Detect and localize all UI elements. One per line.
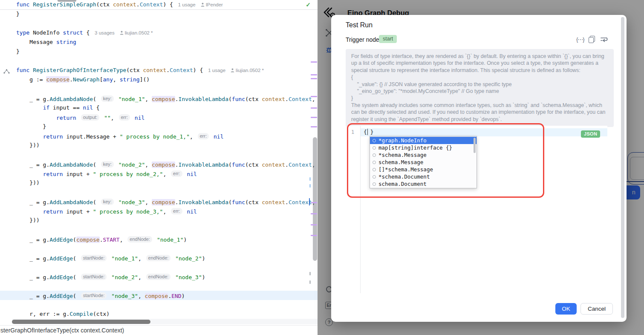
code-token: func — [232, 96, 245, 102]
code-line[interactable]: _ = g.AddEdge( startNode: "node_2", endN… — [0, 272, 318, 281]
help-text-line: For fields of type interface, they are r… — [351, 53, 608, 74]
code-token: ) — [182, 293, 185, 299]
code-token: . — [175, 162, 179, 168]
code-line[interactable]: Message string — [0, 38, 318, 47]
code-line[interactable]: } — [0, 9, 318, 19]
code-line[interactable] — [0, 56, 318, 66]
code-token: Compile — [69, 311, 93, 317]
format-json-icon[interactable]: {⋯} — [576, 36, 584, 43]
code-line[interactable]: _ = g.AddEdge( startNode: "node_1", endN… — [0, 253, 318, 263]
code-token — [16, 104, 43, 111]
inspection-ok-icon[interactable]: ✓ — [306, 1, 311, 8]
code-line[interactable]: if input == nil { — [0, 103, 318, 113]
code-token: } — [16, 123, 46, 130]
code-token: func — [232, 162, 245, 168]
code-token: ( — [228, 199, 232, 205]
code-token: if — [43, 104, 50, 111]
code-line[interactable]: return input.Message + " process by node… — [0, 131, 318, 141]
code-token: ]() — [140, 76, 150, 83]
code-token: })) — [16, 179, 40, 186]
code-token: , — [145, 162, 152, 168]
editor-tab-remnant — [58, 0, 76, 2]
code-token: ( — [73, 274, 80, 280]
code-line[interactable]: _ = g.AddLambdaNode( key: "node_3", comp… — [0, 197, 318, 206]
code-line[interactable] — [0, 244, 318, 253]
code-token: "node_1" — [111, 255, 138, 262]
copy-icon[interactable] — [589, 36, 595, 43]
editor-vertical-scrollbar[interactable] — [313, 137, 317, 261]
code-token: (ctx — [96, 1, 113, 8]
interface-help-note: For fields of type interface, they are r… — [346, 49, 614, 127]
code-token: _ = g. — [16, 199, 49, 205]
code-token: struct — [63, 29, 83, 36]
code-line[interactable]: })) — [0, 141, 318, 150]
code-token: 3 usages — [95, 30, 115, 35]
code-token: 1 usage — [208, 68, 225, 73]
code-line[interactable]: func RegisterGraphOfInterfaceType(ctx co… — [0, 66, 318, 75]
dialog-title: Test Run — [346, 21, 373, 29]
code-token: , — [145, 199, 152, 205]
help-text-line: } — [351, 95, 608, 101]
code-editor[interactable]: func RegisterSimpleGraph(ctx context.Con… — [0, 0, 318, 335]
code-line[interactable] — [0, 300, 318, 309]
code-line[interactable]: } — [0, 47, 318, 56]
wrap-lines-icon[interactable] — [600, 36, 608, 45]
code-token: "node_2" — [111, 274, 138, 280]
code-line[interactable]: _ = g.AddLambdaNode( key: "node_2", comp… — [0, 159, 318, 169]
code-token: " process by node_2," — [93, 171, 163, 177]
code-token: endNode: — [146, 274, 171, 280]
code-line[interactable]: return input + " process by node_2,", er… — [0, 169, 318, 178]
code-token — [153, 237, 157, 243]
code-token: , — [113, 76, 120, 83]
code-token: nil — [187, 208, 196, 215]
code-token: . — [69, 76, 73, 83]
graph-debug-gutter-icon[interactable] — [3, 68, 10, 76]
code-token: liujian.0502 * — [125, 30, 153, 35]
ok-button[interactable]: OK — [555, 303, 577, 315]
code-line[interactable]: _ = g.AddEdge(compose.START, endNode: "n… — [0, 234, 318, 244]
code-line[interactable]: })) — [0, 216, 318, 225]
code-line[interactable] — [0, 188, 318, 197]
code-token: context — [143, 67, 166, 73]
sticky-function-header: func RegisterSimpleGraph(ctx context.Con… — [0, 0, 318, 10]
code-line[interactable]: g := compose.NewGraph[any, string]() — [0, 75, 318, 84]
code-line[interactable] — [0, 19, 318, 28]
code-token: ( — [73, 255, 80, 262]
code-token: " process by node_1," — [120, 133, 190, 140]
code-line[interactable]: })) — [0, 178, 318, 188]
code-line[interactable]: return output: "", err: nil — [0, 113, 318, 122]
code-line[interactable] — [0, 84, 318, 94]
code-token: NodeInfo — [33, 29, 63, 36]
code-line[interactable]: _ = g.AddLambdaNode( key: "node_1", comp… — [0, 94, 318, 103]
code-line[interactable] — [0, 150, 318, 159]
code-token: AddEdge — [49, 274, 73, 280]
code-line[interactable] — [0, 263, 318, 272]
breadcrumb[interactable]: sterGraphOfInterfaceType(ctx context.Con… — [0, 327, 124, 334]
code-token: (ctx — [126, 67, 143, 73]
code-line[interactable]: r, err := g.Compile(ctx) — [0, 309, 318, 319]
code-token: ) — [202, 255, 205, 262]
code-token: compose — [152, 96, 175, 102]
code-line[interactable]: type NodeInfo struct { 3 usagesliujian.0… — [0, 28, 318, 38]
dialog-scrollbar[interactable] — [621, 17, 624, 318]
code-token: "node_1" — [118, 96, 145, 102]
code-token: context — [262, 162, 285, 168]
editor-horizontal-scrollbar-thumb[interactable] — [12, 320, 150, 324]
code-token: "node_1" — [157, 237, 184, 243]
code-line[interactable]: _ = g.AddEdge( startNode: "node_3", comp… — [0, 291, 318, 300]
code-token — [172, 274, 175, 280]
code-token: r, err := g. — [16, 311, 69, 317]
change-marker — [311, 202, 317, 203]
scrollbar-marker — [309, 280, 311, 284]
code-line[interactable]: return input + " process by node_3,", er… — [0, 206, 318, 216]
code-token: compose — [46, 76, 69, 83]
code-line[interactable]: } — [0, 122, 318, 131]
scrollbar-marker — [309, 177, 311, 181]
trigger-node-chip[interactable]: start — [379, 35, 397, 43]
change-marker — [311, 235, 317, 236]
code-line[interactable] — [0, 225, 318, 234]
cancel-button[interactable]: Cancel — [580, 303, 613, 315]
code-line[interactable] — [0, 281, 318, 291]
code-token: Context — [140, 1, 163, 8]
code-token: Context — [289, 162, 312, 168]
